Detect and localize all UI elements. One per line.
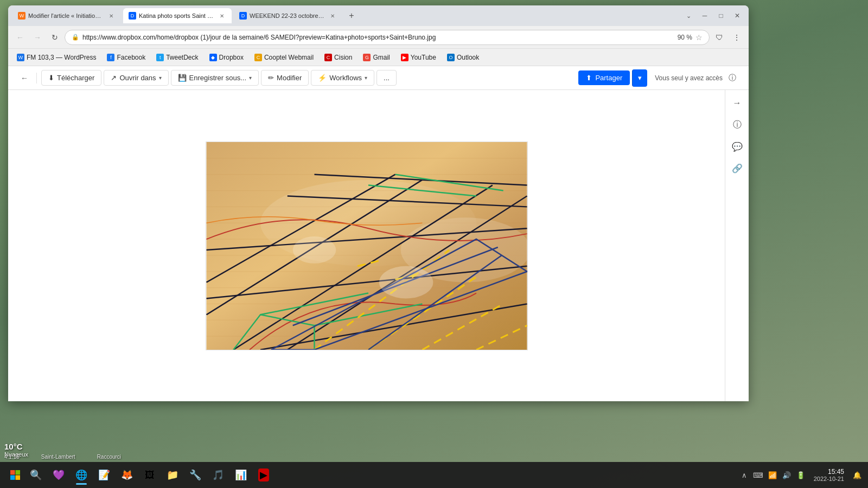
- panel-info-button[interactable]: ⓘ: [729, 116, 746, 133]
- panel-comment-button[interactable]: 💬: [729, 138, 746, 155]
- taskbar-app8-icon[interactable]: 🎵: [207, 464, 229, 486]
- bottom-label-2: Saint-Lambert: [41, 454, 75, 460]
- bookmark-facebook-label: Facebook: [117, 54, 145, 61]
- bookmark-wordpress[interactable]: W FM 103,3 — WordPress: [12, 52, 100, 63]
- tab1-label: Modifier l'article « Initiation au...: [28, 12, 104, 19]
- reload-button[interactable]: ↻: [47, 30, 62, 45]
- edit-button[interactable]: ✏ Modifier: [261, 70, 309, 86]
- bookmark-cooptel[interactable]: C Cooptel Webmail: [250, 52, 318, 63]
- open-in-label: Ouvrir dans: [119, 74, 156, 82]
- right-panel: → ⓘ 💬 🔗: [725, 90, 749, 401]
- svg-point-38: [292, 236, 336, 264]
- maximize-button[interactable]: □: [714, 9, 728, 23]
- taskbar-app9-icon[interactable]: 📊: [230, 464, 252, 486]
- bookmark-cision[interactable]: C Cision: [320, 52, 356, 63]
- dropbox-back-button[interactable]: ←: [17, 70, 32, 86]
- wordpress-favicon: W: [17, 54, 24, 61]
- bookmark-tweetdeck[interactable]: t TweetDeck: [152, 52, 202, 63]
- panel-collapse-button[interactable]: →: [729, 94, 746, 112]
- browser-nav-bar: ← → ↻ 🔒 https://www.dropbox.com/home/dro…: [8, 26, 749, 49]
- bookmark-cooptel-label: Cooptel Webmail: [264, 54, 314, 61]
- dropbox-favicon: ◆: [209, 54, 217, 61]
- svg-rect-39: [10, 470, 15, 475]
- taskbar-teams-icon[interactable]: 💜: [48, 464, 69, 486]
- save-as-chevron: ▾: [249, 75, 252, 81]
- bookmark-wordpress-label: FM 103,3 — WordPress: [27, 54, 96, 61]
- access-status-text: Vous seul y avez accès: [655, 74, 723, 82]
- bookmark-star-icon[interactable]: ☆: [695, 33, 703, 42]
- toolbar-divider-1: [36, 73, 37, 84]
- open-in-button[interactable]: ↗ Ouvrir dans ▾: [104, 70, 168, 86]
- nav-right-buttons: 🛡 ⋮: [712, 30, 744, 45]
- taskbar-clock[interactable]: 15:45 2022-10-21: [809, 468, 848, 482]
- open-icon: ↗: [111, 74, 117, 82]
- volume-icon[interactable]: 🔊: [780, 468, 793, 481]
- workflows-icon: ⚡: [318, 74, 327, 82]
- download-icon: ⬇: [48, 74, 54, 82]
- bookmark-facebook[interactable]: f Facebook: [103, 52, 150, 63]
- tab1-favicon: W: [18, 12, 25, 20]
- bookmarks-bar: W FM 103,3 — WordPress f Facebook t Twee…: [8, 49, 749, 66]
- bookmark-dropbox[interactable]: ◆ Dropbox: [205, 52, 248, 63]
- new-tab-button[interactable]: +: [344, 9, 359, 23]
- bookmark-youtube[interactable]: ▶ YouTube: [397, 52, 441, 63]
- desktop-bottom-labels: 4:1:15 Saint-Lambert Raccourci: [0, 452, 125, 462]
- svg-rect-42: [16, 476, 21, 480]
- save-as-button[interactable]: 💾 Enregistrer sous... ▾: [171, 70, 259, 86]
- taskbar-photos-icon[interactable]: 🖼: [139, 464, 161, 486]
- close-button[interactable]: ✕: [730, 9, 744, 23]
- forward-button[interactable]: →: [30, 30, 45, 45]
- gmail-favicon: G: [363, 54, 371, 61]
- network-icon[interactable]: 📶: [766, 468, 779, 481]
- zoom-level: 90 %: [678, 34, 692, 41]
- browser-tab-1[interactable]: W Modifier l'article « Initiation au... …: [12, 8, 121, 23]
- browser-tab-2[interactable]: D Katina photo sports Saint Brun... ✕: [123, 8, 232, 23]
- minimize-button[interactable]: ─: [698, 9, 712, 23]
- tray-expand-icon[interactable]: ∧: [738, 468, 751, 481]
- taskbar-folder-icon[interactable]: 📁: [162, 464, 183, 486]
- bookmark-gmail[interactable]: G Gmail: [359, 52, 394, 63]
- battery-icon[interactable]: 🔋: [794, 468, 807, 481]
- extensions-icon[interactable]: ⋮: [729, 30, 744, 45]
- bookmark-dropbox-label: Dropbox: [219, 54, 244, 61]
- dropbox-toolbar: ← ⬇ Télécharger ↗ Ouvrir dans ▾ 💾 Enregi…: [8, 66, 749, 90]
- bookmark-youtube-label: YouTube: [411, 54, 436, 61]
- taskbar-search-button[interactable]: 🔍: [26, 465, 46, 485]
- main-content: → ⓘ 💬 🔗: [8, 90, 749, 401]
- tab2-close-button[interactable]: ✕: [218, 11, 226, 20]
- share-dropdown-button[interactable]: ▾: [632, 69, 647, 87]
- weather-temperature: 10°C: [4, 442, 28, 451]
- browser-window: W Modifier l'article « Initiation au... …: [8, 5, 749, 401]
- bookmark-cision-label: Cision: [334, 54, 352, 61]
- back-button[interactable]: ←: [12, 30, 28, 45]
- shield-icon[interactable]: 🛡: [712, 30, 727, 45]
- bookmark-outlook-label: Outlook: [457, 54, 479, 61]
- taskbar-firefox-icon[interactable]: 🦊: [116, 464, 138, 486]
- bookmark-tweetdeck-label: TweetDeck: [166, 54, 198, 61]
- browser-tab-3[interactable]: D WEEKEND 22-23 octobre - Wo... ✕: [234, 8, 342, 23]
- notification-icon[interactable]: 🔔: [851, 468, 864, 481]
- more-button[interactable]: ...: [376, 70, 397, 86]
- tab3-close-button[interactable]: ✕: [328, 11, 337, 20]
- taskbar-libre-icon[interactable]: 📝: [93, 464, 115, 486]
- youtube-favicon: ▶: [401, 54, 409, 61]
- taskbar-chrome-icon[interactable]: 🌐: [71, 464, 92, 486]
- workflows-chevron: ▾: [365, 75, 367, 81]
- taskbar-app7-icon[interactable]: 🔧: [184, 464, 206, 486]
- keyboard-icon[interactable]: ⌨: [752, 468, 765, 481]
- bookmark-outlook[interactable]: O Outlook: [443, 52, 483, 63]
- panel-activity-button[interactable]: 🔗: [729, 159, 746, 177]
- share-dropdown-chevron: ▾: [638, 74, 642, 82]
- address-bar[interactable]: 🔒 https://www.dropbox.com/home/dropbox (…: [65, 30, 710, 45]
- download-button[interactable]: ⬇ Télécharger: [41, 70, 101, 86]
- tab-expand-button[interactable]: ⌄: [681, 9, 695, 23]
- taskbar-app10-icon[interactable]: ▶: [253, 464, 275, 486]
- system-tray: ∧ ⌨ 📶 🔊 🔋: [738, 468, 807, 481]
- share-label: Partager: [595, 74, 622, 82]
- svg-point-37: [379, 266, 432, 298]
- start-button[interactable]: [4, 464, 26, 486]
- workflows-button[interactable]: ⚡ Workflows ▾: [311, 70, 374, 86]
- access-info-button[interactable]: ⓘ: [725, 70, 740, 86]
- tab1-close-button[interactable]: ✕: [107, 11, 116, 20]
- share-button[interactable]: ⬆ Partager: [578, 70, 630, 85]
